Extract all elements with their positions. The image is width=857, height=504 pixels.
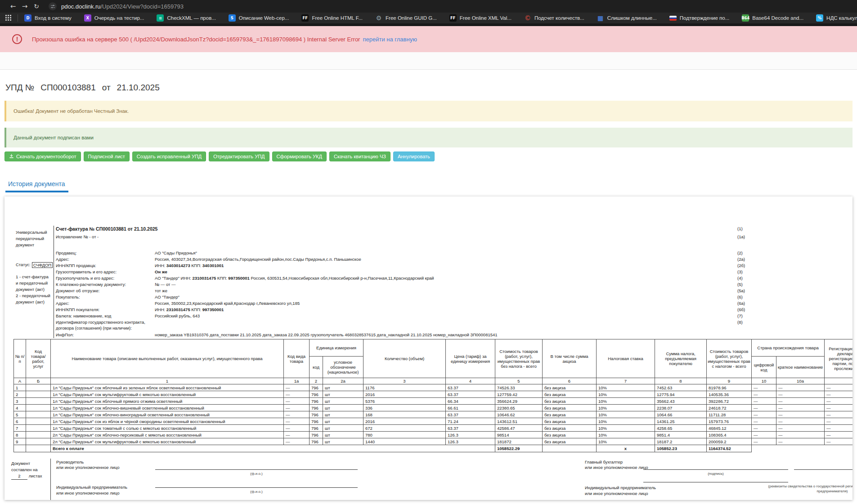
document-panel: Универсальный передаточный документ Стат… xyxy=(4,196,853,500)
signer-role-accountant: Главный бухгалтерили иное уполномоченное… xyxy=(585,459,648,470)
bookmarks-list: DВход в системуXОчередь на тестир...≡Che… xyxy=(24,14,857,22)
signature-sheet-button[interactable]: Подписной лист xyxy=(84,152,130,161)
table-row: 61л "Сады Придонья" сок из яблок и чёрно… xyxy=(14,418,853,425)
cell: 1л "Сады Придонья" сок яблочно-виноградн… xyxy=(51,411,284,418)
field-value: ИНН: 2310031475 КПП: 997350001 xyxy=(155,307,737,313)
bookmark-item[interactable]: XОчередь на тестир... xyxy=(84,14,144,22)
field-label: Продавец: xyxy=(56,250,155,256)
cell: 796 xyxy=(310,391,323,398)
cell: без акциза xyxy=(543,398,597,405)
browser-chrome: ← → ↻ pdoc.doclink.ru/Upd2024/View?docid… xyxy=(0,0,857,26)
bookmark-item[interactable]: DВход в систему xyxy=(24,14,72,22)
bookmark-label: Описание Web-сер... xyxy=(239,15,289,21)
field-value xyxy=(155,319,737,332)
bookmark-item[interactable]: ≡CheckXML — пров... xyxy=(157,14,215,22)
table-header-row: № п/пКод товара/ работ, услугНаименовани… xyxy=(14,339,853,357)
cell xyxy=(26,391,51,398)
cell: — xyxy=(825,418,853,425)
address-bar-row: ← → ↻ pdoc.doclink.ru/Upd2024/View?docid… xyxy=(0,0,857,13)
cell: 780 xyxy=(363,432,446,438)
invoice-fields: Счет-фактура № СП000103881 от 21.10.2025… xyxy=(56,226,853,338)
field-value: номер_заказа YB19310376 дата_поставки 21… xyxy=(155,332,737,338)
cell: — xyxy=(776,438,825,445)
cell: — xyxy=(825,398,853,405)
warning-alert: Ошибка! Документ не обработан Честный Зн… xyxy=(4,101,853,121)
cell: 2 xyxy=(14,391,26,398)
cell: 7452.63 xyxy=(655,384,707,391)
cell: 9851.4 xyxy=(655,432,707,438)
column-letter: 10 xyxy=(752,378,776,384)
cell: 108365.4 xyxy=(707,432,752,438)
bookmark-favicon: FF xyxy=(301,14,309,22)
field-label: Грузополучатель и его адрес: xyxy=(56,275,155,281)
pages-note: Документ составлен на 2 листах xyxy=(11,460,51,480)
bookmark-item[interactable]: FFFree Online XML Val... xyxy=(449,14,512,22)
error-home-link[interactable]: перейти на главную xyxy=(363,36,417,43)
cell: — xyxy=(284,432,310,438)
field-ref: (8) xyxy=(737,319,762,332)
bookmark-item[interactable]: ▦Слишком длинные... xyxy=(597,14,657,22)
bookmark-item[interactable]: ©Подсчет количеств... xyxy=(524,14,584,22)
cell: шт xyxy=(323,418,363,425)
total-cell: 105852.23 xyxy=(655,445,707,452)
cell: — xyxy=(284,425,310,432)
bookmark-item[interactable]: FFFree Online HTML F... xyxy=(301,14,363,22)
table-row: 92л "Сады Придонья" сок мультифруктовый … xyxy=(14,438,853,445)
cell: 98514 xyxy=(495,432,543,438)
cell: 126.3 xyxy=(446,432,495,438)
create-ukd-button[interactable]: Сформировать УКД xyxy=(272,152,327,161)
warning-text: Ошибка! Документ не обработан Честный Зн… xyxy=(13,108,129,114)
cell: 2238.07 xyxy=(655,405,707,411)
cell: 71.24 xyxy=(446,418,495,425)
cell: шт xyxy=(323,384,363,391)
cell: 1440 xyxy=(363,438,446,445)
column-header: Код товара/ работ, услуг xyxy=(26,339,51,378)
side-note-1: 1 - счет-фактура и передаточный документ… xyxy=(16,274,51,293)
table-row: 31л "Сады Придонья" сок яблочный прямого… xyxy=(14,398,853,405)
cell: 796 xyxy=(310,438,323,445)
group-header-unit: Единица измерения xyxy=(310,339,363,357)
forward-button[interactable]: → xyxy=(19,2,31,10)
footer-divider xyxy=(50,459,51,500)
signature-line-accountant xyxy=(643,469,788,470)
error-message: Произошла ошибка на сервере 500 ( /Upd20… xyxy=(32,36,360,43)
create-corrected-upd-button[interactable]: Создать исправленный УПД xyxy=(132,152,206,161)
cell: — xyxy=(825,411,853,418)
column-header: Стоимость товаров (работ, услуг), имущес… xyxy=(495,339,543,378)
cell: 1176 xyxy=(363,384,446,391)
back-button[interactable]: ← xyxy=(7,2,19,10)
tab-document-history[interactable]: История документа xyxy=(5,178,68,192)
signer-role-entrepreneur-left: Индивидуальный предпринимательили иное у… xyxy=(56,484,127,496)
cell: шт xyxy=(323,438,363,445)
bookmark-label: НДС калькулятор о... xyxy=(826,15,857,21)
table-total-row: Всего к оплате1058522.29х105852.23116437… xyxy=(14,445,853,452)
status-line: Статус: СЧФДОП xyxy=(16,262,51,268)
address-bar[interactable]: pdoc.doclink.ru/Upd2024/View?docid=16597… xyxy=(61,3,184,10)
apps-grid-icon[interactable] xyxy=(5,15,12,22)
bookmark-item[interactable]: SОписание Web-сер... xyxy=(229,14,289,22)
cell: 42586.47 xyxy=(495,425,543,432)
site-info-icon[interactable] xyxy=(49,2,57,10)
bookmark-item[interactable]: %НДС калькулятор о... xyxy=(816,14,857,22)
column-header: Количество (объем) xyxy=(363,339,446,378)
download-docflow-button[interactable]: Скачать документооборот xyxy=(4,152,81,161)
bookmark-item[interactable]: B64Base64 Decode and... xyxy=(742,14,803,22)
reload-button[interactable]: ↻ xyxy=(31,3,42,10)
download-chz-receipt-button[interactable]: Скачать квитанцию ЧЗ xyxy=(329,152,390,161)
edit-upd-button[interactable]: Отредактировать УПД xyxy=(209,152,269,161)
annul-button[interactable]: Аннулировать xyxy=(393,152,435,161)
cell: 10% xyxy=(597,418,655,425)
cell: 24618.72 xyxy=(707,405,752,411)
field-value: ИНН: 3403014273 КПП: 340301001 xyxy=(155,263,737,269)
error-banner: ! Произошла ошибка на сервере 500 ( /Upd… xyxy=(0,26,857,52)
cell: — xyxy=(752,418,776,425)
button-label: Отредактировать УПД xyxy=(213,154,265,159)
bookmark-item[interactable]: ⚙Free Online GUID G... xyxy=(375,14,437,22)
bookmark-item[interactable]: Подтверждение по... xyxy=(669,15,730,21)
cell: 4258.65 xyxy=(655,425,707,432)
cell: без акциза xyxy=(543,425,597,432)
field-value: тот же xyxy=(155,288,737,294)
cell: 356624.29 xyxy=(495,398,543,405)
cell: 140535.36 xyxy=(707,391,752,398)
bookmarks-divider xyxy=(18,14,18,22)
